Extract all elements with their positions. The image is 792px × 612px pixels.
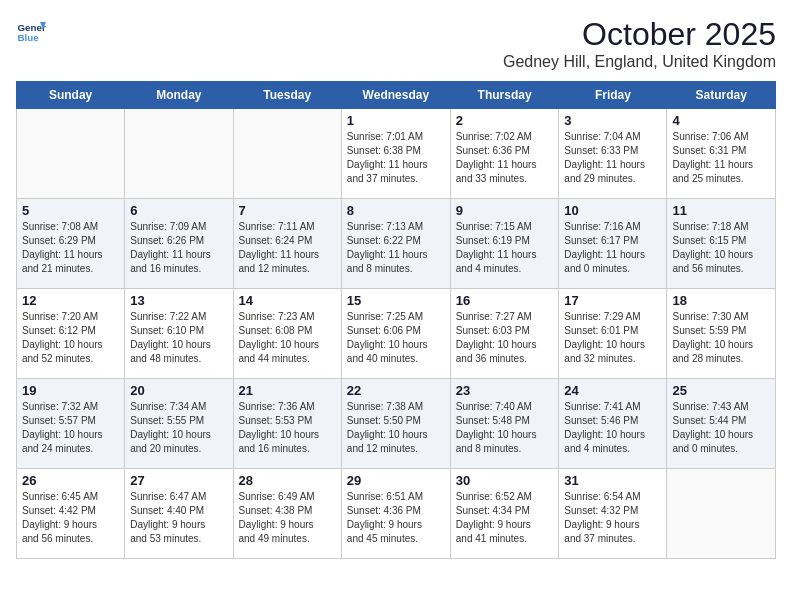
day-header-friday: Friday	[559, 82, 667, 109]
day-info: Sunrise: 7:27 AM Sunset: 6:03 PM Dayligh…	[456, 310, 554, 366]
calendar-cell: 18Sunrise: 7:30 AM Sunset: 5:59 PM Dayli…	[667, 289, 776, 379]
day-info: Sunrise: 7:18 AM Sunset: 6:15 PM Dayligh…	[672, 220, 770, 276]
week-row-3: 12Sunrise: 7:20 AM Sunset: 6:12 PM Dayli…	[17, 289, 776, 379]
day-number: 21	[239, 383, 336, 398]
day-number: 31	[564, 473, 661, 488]
calendar-cell: 12Sunrise: 7:20 AM Sunset: 6:12 PM Dayli…	[17, 289, 125, 379]
day-info: Sunrise: 7:29 AM Sunset: 6:01 PM Dayligh…	[564, 310, 661, 366]
day-info: Sunrise: 7:40 AM Sunset: 5:48 PM Dayligh…	[456, 400, 554, 456]
day-number: 1	[347, 113, 445, 128]
day-header-monday: Monday	[125, 82, 233, 109]
day-info: Sunrise: 7:38 AM Sunset: 5:50 PM Dayligh…	[347, 400, 445, 456]
day-header-thursday: Thursday	[450, 82, 559, 109]
day-number: 26	[22, 473, 119, 488]
day-info: Sunrise: 7:08 AM Sunset: 6:29 PM Dayligh…	[22, 220, 119, 276]
calendar-cell: 20Sunrise: 7:34 AM Sunset: 5:55 PM Dayli…	[125, 379, 233, 469]
week-row-5: 26Sunrise: 6:45 AM Sunset: 4:42 PM Dayli…	[17, 469, 776, 559]
calendar-cell: 17Sunrise: 7:29 AM Sunset: 6:01 PM Dayli…	[559, 289, 667, 379]
day-header-sunday: Sunday	[17, 82, 125, 109]
day-number: 10	[564, 203, 661, 218]
day-info: Sunrise: 6:54 AM Sunset: 4:32 PM Dayligh…	[564, 490, 661, 546]
logo: General Blue	[16, 16, 46, 46]
day-number: 14	[239, 293, 336, 308]
day-number: 9	[456, 203, 554, 218]
calendar-cell: 3Sunrise: 7:04 AM Sunset: 6:33 PM Daylig…	[559, 109, 667, 199]
calendar-cell	[125, 109, 233, 199]
day-number: 11	[672, 203, 770, 218]
location-title: Gedney Hill, England, United Kingdom	[503, 53, 776, 71]
calendar-cell: 16Sunrise: 7:27 AM Sunset: 6:03 PM Dayli…	[450, 289, 559, 379]
day-number: 8	[347, 203, 445, 218]
day-info: Sunrise: 6:47 AM Sunset: 4:40 PM Dayligh…	[130, 490, 227, 546]
day-number: 23	[456, 383, 554, 398]
calendar-cell: 13Sunrise: 7:22 AM Sunset: 6:10 PM Dayli…	[125, 289, 233, 379]
day-info: Sunrise: 7:30 AM Sunset: 5:59 PM Dayligh…	[672, 310, 770, 366]
calendar-cell: 4Sunrise: 7:06 AM Sunset: 6:31 PM Daylig…	[667, 109, 776, 199]
day-info: Sunrise: 7:41 AM Sunset: 5:46 PM Dayligh…	[564, 400, 661, 456]
day-info: Sunrise: 7:15 AM Sunset: 6:19 PM Dayligh…	[456, 220, 554, 276]
day-info: Sunrise: 7:22 AM Sunset: 6:10 PM Dayligh…	[130, 310, 227, 366]
day-number: 19	[22, 383, 119, 398]
calendar-table: SundayMondayTuesdayWednesdayThursdayFrid…	[16, 81, 776, 559]
day-info: Sunrise: 7:09 AM Sunset: 6:26 PM Dayligh…	[130, 220, 227, 276]
calendar-cell: 9Sunrise: 7:15 AM Sunset: 6:19 PM Daylig…	[450, 199, 559, 289]
calendar-cell: 8Sunrise: 7:13 AM Sunset: 6:22 PM Daylig…	[341, 199, 450, 289]
day-number: 4	[672, 113, 770, 128]
day-number: 7	[239, 203, 336, 218]
calendar-cell: 10Sunrise: 7:16 AM Sunset: 6:17 PM Dayli…	[559, 199, 667, 289]
day-number: 3	[564, 113, 661, 128]
day-info: Sunrise: 7:36 AM Sunset: 5:53 PM Dayligh…	[239, 400, 336, 456]
day-info: Sunrise: 7:04 AM Sunset: 6:33 PM Dayligh…	[564, 130, 661, 186]
day-info: Sunrise: 7:32 AM Sunset: 5:57 PM Dayligh…	[22, 400, 119, 456]
calendar-body: 1Sunrise: 7:01 AM Sunset: 6:38 PM Daylig…	[17, 109, 776, 559]
calendar-cell: 30Sunrise: 6:52 AM Sunset: 4:34 PM Dayli…	[450, 469, 559, 559]
calendar-cell	[17, 109, 125, 199]
day-number: 15	[347, 293, 445, 308]
day-number: 29	[347, 473, 445, 488]
day-info: Sunrise: 7:25 AM Sunset: 6:06 PM Dayligh…	[347, 310, 445, 366]
calendar-cell: 23Sunrise: 7:40 AM Sunset: 5:48 PM Dayli…	[450, 379, 559, 469]
day-number: 6	[130, 203, 227, 218]
day-number: 28	[239, 473, 336, 488]
calendar-cell: 31Sunrise: 6:54 AM Sunset: 4:32 PM Dayli…	[559, 469, 667, 559]
calendar-header-row: SundayMondayTuesdayWednesdayThursdayFrid…	[17, 82, 776, 109]
calendar-cell: 5Sunrise: 7:08 AM Sunset: 6:29 PM Daylig…	[17, 199, 125, 289]
day-info: Sunrise: 7:16 AM Sunset: 6:17 PM Dayligh…	[564, 220, 661, 276]
calendar-cell: 21Sunrise: 7:36 AM Sunset: 5:53 PM Dayli…	[233, 379, 341, 469]
day-number: 22	[347, 383, 445, 398]
svg-text:Blue: Blue	[18, 32, 40, 43]
day-number: 2	[456, 113, 554, 128]
day-info: Sunrise: 7:06 AM Sunset: 6:31 PM Dayligh…	[672, 130, 770, 186]
week-row-4: 19Sunrise: 7:32 AM Sunset: 5:57 PM Dayli…	[17, 379, 776, 469]
calendar-cell	[233, 109, 341, 199]
day-number: 18	[672, 293, 770, 308]
day-number: 30	[456, 473, 554, 488]
calendar-cell: 24Sunrise: 7:41 AM Sunset: 5:46 PM Dayli…	[559, 379, 667, 469]
week-row-1: 1Sunrise: 7:01 AM Sunset: 6:38 PM Daylig…	[17, 109, 776, 199]
calendar-cell: 1Sunrise: 7:01 AM Sunset: 6:38 PM Daylig…	[341, 109, 450, 199]
day-number: 27	[130, 473, 227, 488]
month-title: October 2025	[503, 16, 776, 53]
calendar-cell: 14Sunrise: 7:23 AM Sunset: 6:08 PM Dayli…	[233, 289, 341, 379]
day-number: 25	[672, 383, 770, 398]
day-number: 16	[456, 293, 554, 308]
day-number: 12	[22, 293, 119, 308]
calendar-cell: 2Sunrise: 7:02 AM Sunset: 6:36 PM Daylig…	[450, 109, 559, 199]
calendar-cell: 27Sunrise: 6:47 AM Sunset: 4:40 PM Dayli…	[125, 469, 233, 559]
week-row-2: 5Sunrise: 7:08 AM Sunset: 6:29 PM Daylig…	[17, 199, 776, 289]
calendar-cell: 29Sunrise: 6:51 AM Sunset: 4:36 PM Dayli…	[341, 469, 450, 559]
calendar-cell: 7Sunrise: 7:11 AM Sunset: 6:24 PM Daylig…	[233, 199, 341, 289]
day-info: Sunrise: 7:43 AM Sunset: 5:44 PM Dayligh…	[672, 400, 770, 456]
calendar-cell: 15Sunrise: 7:25 AM Sunset: 6:06 PM Dayli…	[341, 289, 450, 379]
day-info: Sunrise: 7:20 AM Sunset: 6:12 PM Dayligh…	[22, 310, 119, 366]
calendar-cell: 22Sunrise: 7:38 AM Sunset: 5:50 PM Dayli…	[341, 379, 450, 469]
day-info: Sunrise: 6:52 AM Sunset: 4:34 PM Dayligh…	[456, 490, 554, 546]
day-number: 17	[564, 293, 661, 308]
day-info: Sunrise: 7:02 AM Sunset: 6:36 PM Dayligh…	[456, 130, 554, 186]
day-info: Sunrise: 6:45 AM Sunset: 4:42 PM Dayligh…	[22, 490, 119, 546]
day-header-tuesday: Tuesday	[233, 82, 341, 109]
day-info: Sunrise: 7:11 AM Sunset: 6:24 PM Dayligh…	[239, 220, 336, 276]
calendar-cell: 28Sunrise: 6:49 AM Sunset: 4:38 PM Dayli…	[233, 469, 341, 559]
calendar-cell: 6Sunrise: 7:09 AM Sunset: 6:26 PM Daylig…	[125, 199, 233, 289]
day-info: Sunrise: 6:51 AM Sunset: 4:36 PM Dayligh…	[347, 490, 445, 546]
